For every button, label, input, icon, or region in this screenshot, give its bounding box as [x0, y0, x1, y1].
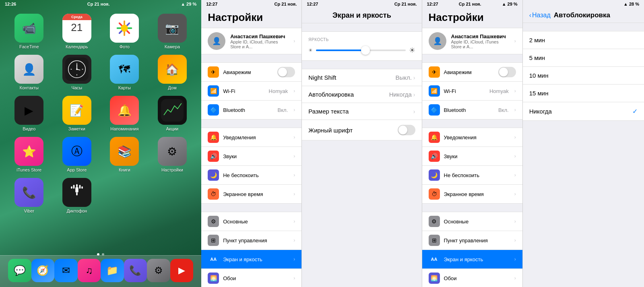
display-icon: AA	[208, 254, 219, 265]
display-item-autolock[interactable]: Автоблокировка Никогда ›	[302, 86, 421, 103]
dock-files[interactable]: 📁	[101, 259, 124, 282]
contacts-icon: 👤	[14, 55, 43, 84]
app-contacts[interactable]: 👤 Контакты	[8, 55, 50, 90]
settings2-item-bluetooth[interactable]: 🔷 Bluetooth Вкл. ›	[422, 101, 522, 120]
settings2-item-general[interactable]: ⚙ Основные ›	[422, 212, 522, 231]
home-status-bar: 12:26 Ср 21 ноя. ▲ 29 %	[0, 0, 201, 8]
settings-title: Настройки	[201, 8, 301, 28]
dnd-icon: 🌙	[208, 169, 219, 181]
settings2-item-airplane[interactable]: ✈ Авиарежим	[422, 62, 522, 82]
bluetooth-icon: 🔷	[208, 104, 219, 116]
settings2-item-wallpaper[interactable]: 🌅 Обои ›	[422, 269, 522, 287]
autoblock-item-5min[interactable]: 5 мин	[523, 49, 644, 67]
settings2-item-wifi[interactable]: 📶 Wi-Fi Homyak ›	[422, 82, 522, 101]
settings-user-row[interactable]: 👤 Анастасия Пашкевич Apple ID, iCloud, i…	[201, 28, 301, 54]
settings-item-notifications[interactable]: 🔔 Уведомления ›	[201, 128, 301, 147]
back-label: Назад	[532, 12, 551, 19]
settings-item-wifi[interactable]: 📶 Wi-Fi Homyak ›	[201, 82, 301, 101]
settings-item-controlcenter[interactable]: ⊞ Пункт управления ›	[201, 231, 301, 250]
app-books[interactable]: 📚 Книги	[103, 137, 146, 172]
app-grid: 📹 FaceTime Среда 21 Календарь	[0, 10, 201, 217]
svg-rect-20	[71, 186, 72, 189]
dock-youtube[interactable]: ▶	[170, 259, 194, 282]
brightness-section: ЯРКОСТЬ ☀ ☀	[302, 31, 421, 61]
user2-name: Анастасия Пашкевич	[451, 33, 510, 39]
settings-item-sounds[interactable]: 🔊 Звуки ›	[201, 147, 301, 166]
settings-item-display[interactable]: AA Экран и яркость ›	[201, 250, 301, 269]
dock-safari[interactable]: 🧭	[31, 259, 55, 282]
settings-item-screentime[interactable]: ⏱ Экранное время ›	[201, 185, 301, 204]
display-item-nightshift[interactable]: Night Shift Выкл. ›	[302, 69, 421, 86]
settings2-title: Настройки	[422, 8, 522, 28]
app-viber[interactable]: 📞 Viber	[8, 178, 50, 213]
dock: 💬 🧭 ✉ ♫ 📁 📞 ⚙ ▶	[0, 255, 201, 287]
controlcenter-icon: ⊞	[208, 235, 219, 246]
settings2-item-notifications[interactable]: 🔔 Уведомления ›	[422, 128, 522, 147]
display-item-bold[interactable]: Жирный шрифт	[302, 120, 421, 140]
user-name: Анастасия Пашкевич	[230, 33, 289, 39]
app-maps[interactable]: 🗺 Карты	[103, 55, 146, 90]
dock-music[interactable]: ♫	[78, 259, 101, 282]
settings-item-dnd[interactable]: 🌙 Не беспокоить ›	[201, 166, 301, 185]
screentime2-icon: ⏱	[429, 188, 440, 200]
settings-item-bluetooth[interactable]: 🔷 Bluetooth Вкл. ›	[201, 101, 301, 120]
app-recorder[interactable]: Диктофон	[56, 178, 98, 213]
airplane-toggle[interactable]	[277, 67, 295, 77]
back-button[interactable]: ‹ Назад	[529, 12, 551, 19]
settings-item-wallpaper[interactable]: 🌅 Обои ›	[201, 269, 301, 287]
user2-info: Анастасия Пашкевич Apple ID, iCloud, iTu…	[451, 33, 510, 49]
app-home[interactable]: 🏠 Дом	[151, 55, 194, 90]
autoblock-item-2min[interactable]: 2 мин	[523, 31, 644, 49]
settings-time: 12:27	[206, 2, 217, 6]
dock-settings[interactable]: ⚙	[147, 259, 170, 282]
app-reminders[interactable]: 🔔 Напоминания	[103, 96, 146, 131]
bold-toggle[interactable]	[398, 125, 415, 135]
autoblock-item-10min[interactable]: 10 мин	[523, 67, 644, 85]
app-notes[interactable]: 📝 Заметки	[56, 96, 98, 131]
autoblock-item-15min[interactable]: 15 мин	[523, 85, 644, 102]
contacts-label: Контакты	[20, 85, 39, 90]
dock-viber[interactable]: 📞	[124, 259, 147, 282]
settings2-item-dnd[interactable]: 🌙 Не беспокоить ›	[422, 166, 522, 185]
brightness-slider[interactable]	[316, 50, 405, 51]
settings2-item-display[interactable]: AA Экран и яркость ›	[422, 250, 522, 269]
notes-label: Заметки	[68, 126, 85, 131]
app-calendar[interactable]: Среда 21 Календарь	[56, 14, 98, 49]
appstore-label: App Store	[67, 167, 87, 172]
display-item-textsize[interactable]: Размер текста ›	[302, 103, 421, 120]
app-settings[interactable]: ⚙ Настройки	[151, 137, 194, 172]
user-sub: Apple ID, iCloud, iTunes Store и А...	[230, 39, 289, 49]
settings2-section-3: ⚙ Основные › ⊞ Пункт управления › AA Экр…	[422, 212, 522, 287]
app-video[interactable]: ▶ Видео	[8, 96, 50, 131]
dock-mail[interactable]: ✉	[54, 259, 78, 282]
autoblock-item-never[interactable]: Никогда ✓	[523, 102, 644, 121]
user2-sub: Apple ID, iCloud, iTunes Store и А...	[451, 39, 510, 49]
settings-item-airplane[interactable]: ✈ Авиарежим	[201, 62, 301, 82]
settings2-date: Ср 21 ноя.	[459, 2, 481, 6]
autoblock-panel: ▲ 28 % ‹ Назад Автоблокировка 2 мин 5 ми…	[523, 0, 644, 287]
dock-messages[interactable]: 💬	[8, 259, 31, 282]
app-itunes[interactable]: ⭐ iTunes Store	[8, 137, 50, 172]
app-camera[interactable]: 📷 Камера	[151, 14, 194, 49]
brightness-thumb[interactable]	[361, 46, 370, 55]
settings2-user-row[interactable]: 👤 Анастасия Пашкевич Apple ID, iCloud, i…	[422, 28, 522, 54]
brightness-low-icon: ☀	[308, 47, 313, 53]
stocks-icon	[158, 96, 187, 125]
display-title: Экран и яркость	[302, 8, 421, 23]
settings2-item-sounds[interactable]: 🔊 Звуки ›	[422, 147, 522, 166]
settings2-item-screentime[interactable]: ⏱ Экранное время ›	[422, 185, 522, 204]
app-clock[interactable]: Часы	[56, 55, 98, 90]
app-photos[interactable]: Фото	[103, 14, 146, 49]
app-stocks[interactable]: Акции	[151, 96, 194, 131]
bluetooth2-icon: 🔷	[429, 104, 440, 116]
app-facetime[interactable]: 📹 FaceTime	[8, 14, 50, 49]
app-appstore[interactable]: Ⓐ App Store	[56, 137, 98, 172]
settings-section-3: ⚙ Основные › ⊞ Пункт управления › AA Экр…	[201, 212, 301, 287]
nightshift-chevron: ›	[413, 74, 415, 81]
settings-status-bar: 12:27 Ср 21 ноя.	[201, 0, 301, 8]
settings2-item-controlcenter[interactable]: ⊞ Пункт управления ›	[422, 231, 522, 250]
textsize-chevron: ›	[413, 108, 415, 115]
svg-rect-22	[73, 185, 74, 188]
airplane2-toggle[interactable]	[498, 67, 516, 77]
settings-item-general[interactable]: ⚙ Основные ›	[201, 212, 301, 231]
